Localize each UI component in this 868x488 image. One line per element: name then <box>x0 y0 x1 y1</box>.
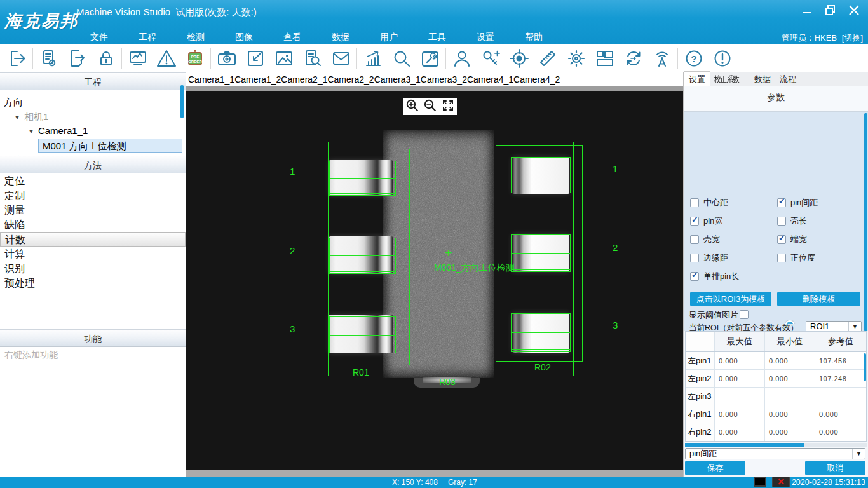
fit-view-icon[interactable] <box>441 98 455 115</box>
checkbox-row-shell-width[interactable]: ✓壳宽 <box>690 234 720 245</box>
pre-order-badge-icon[interactable]: PREORDER <box>180 46 209 71</box>
tab-flow[interactable]: 流程 <box>775 72 801 86</box>
chart-growth-icon[interactable] <box>358 46 387 71</box>
tree-item-module-selected[interactable]: M001 方向工位检测 <box>38 139 182 153</box>
logout-icon[interactable] <box>3 46 31 71</box>
method-measure[interactable]: 测量 <box>0 203 186 217</box>
table-row-left-pin1[interactable]: 左pin10.0000.000107.456 <box>686 352 866 370</box>
menu-help[interactable]: 帮助 <box>510 30 558 44</box>
viewer-horizontal-scrollbar[interactable] <box>186 470 683 477</box>
method-calculate[interactable]: 计算 <box>0 247 186 261</box>
target-icon[interactable] <box>505 46 533 71</box>
menu-view[interactable]: 查看 <box>268 30 316 44</box>
left-pin3-measure-box[interactable] <box>329 316 396 353</box>
right-pin3-measure-box[interactable] <box>511 313 571 352</box>
expander-open-icon[interactable]: ▼ <box>14 114 20 121</box>
mail-icon[interactable] <box>327 46 355 71</box>
display-icon[interactable] <box>754 477 766 487</box>
tab-camera4-2[interactable]: Camera4_2 <box>513 73 560 86</box>
close-button[interactable] <box>846 3 862 20</box>
save-button[interactable]: 保存 <box>685 461 745 475</box>
image-viewer[interactable]: 1 2 3 1 2 3 R01 R02 R03 + M001_方向工位检测 <box>186 91 683 470</box>
right-pin2-measure-box[interactable] <box>511 234 571 272</box>
checkbox-single-row-pin-length[interactable]: ✓ <box>690 272 699 281</box>
image-icon[interactable] <box>269 46 298 71</box>
key-plus-icon[interactable] <box>476 46 505 71</box>
checkbox-row-end-width[interactable]: ✓端宽 <box>777 234 807 245</box>
menu-project[interactable]: 工程 <box>123 30 172 44</box>
camera-icon[interactable] <box>212 46 241 71</box>
menu-detection[interactable]: 检测 <box>172 30 220 44</box>
menu-user[interactable]: 用户 <box>365 30 413 44</box>
checkbox-end-width[interactable]: ✓ <box>777 235 786 244</box>
menu-data[interactable]: 数据 <box>316 30 365 44</box>
checkbox-pin-pitch[interactable]: ✓ <box>777 198 786 207</box>
tab-camera4-1[interactable]: Camera4_1 <box>467 73 513 86</box>
method-count-selected[interactable]: 计数 <box>0 232 186 247</box>
parameters-scrollbar[interactable] <box>864 113 867 332</box>
tree-item-camera1-1[interactable]: ▼Camera1_1 <box>28 124 88 138</box>
dropdown-arrow-icon[interactable]: ▼ <box>848 322 861 332</box>
table-horizontal-scrollbar[interactable] <box>685 443 867 447</box>
user-icon[interactable] <box>447 46 476 71</box>
checkbox-row-pin-width[interactable]: ✓pin宽 <box>690 215 722 226</box>
zoom-out-icon[interactable] <box>423 98 437 115</box>
tab-camera1-1[interactable]: Camera1_1 <box>188 73 234 86</box>
right-pin1-measure-box[interactable] <box>511 157 571 193</box>
method-customize[interactable]: 定制 <box>0 188 186 203</box>
method-defect[interactable]: 缺陷 <box>0 217 186 232</box>
checkbox-row-edge-distance[interactable]: ✓边缘距 <box>690 252 728 263</box>
menu-settings[interactable]: 设置 <box>461 30 510 44</box>
table-row-left-pin3[interactable]: 左pin3 <box>686 388 866 405</box>
tree-scrollbar[interactable] <box>180 85 184 118</box>
tab-calibration[interactable]: 校正系数 <box>710 72 743 86</box>
threshold-image-checkbox-row[interactable]: ✓ <box>740 309 749 320</box>
checkbox-center-distance[interactable]: ✓ <box>690 198 699 207</box>
zoom-in-icon[interactable] <box>405 98 419 115</box>
tab-camera2-1[interactable]: Camera2_1 <box>281 73 327 86</box>
monitor-wave-icon[interactable] <box>123 46 152 71</box>
method-preprocess[interactable]: 预处理 <box>0 276 186 290</box>
ruler-icon[interactable] <box>533 46 562 71</box>
camera-offline-icon[interactable]: ✕ <box>772 477 790 487</box>
set-roi3-template-button[interactable]: 点击以ROI3为模板 <box>690 292 771 306</box>
warning-icon[interactable] <box>152 46 180 71</box>
import-chart-icon[interactable] <box>241 46 269 71</box>
menu-image[interactable]: 图像 <box>220 30 268 44</box>
minimize-button[interactable] <box>801 3 815 20</box>
doc-search-icon[interactable] <box>298 46 327 71</box>
about-icon[interactable] <box>708 46 736 71</box>
dropdown-arrow-icon[interactable]: ▼ <box>852 449 865 459</box>
broadcast-icon[interactable] <box>648 46 676 71</box>
checkbox-row-shell-length[interactable]: ✓壳长 <box>777 215 807 226</box>
tab-camera1-2[interactable]: Camera1_2 <box>234 73 281 86</box>
checkbox-shell-length[interactable]: ✓ <box>777 217 786 226</box>
tab-camera3-2[interactable]: Camera3_2 <box>421 73 467 86</box>
doc-settings-icon[interactable] <box>34 46 63 71</box>
sync-icon[interactable] <box>619 46 648 71</box>
tab-camera3-1[interactable]: Camera3_1 <box>374 73 421 86</box>
search-icon[interactable] <box>387 46 416 71</box>
left-pin1-measure-box[interactable] <box>329 161 396 196</box>
table-row-right-pin1[interactable]: 右pin10.0000.0000.000 <box>686 405 866 423</box>
restore-button[interactable] <box>824 3 837 20</box>
switch-user-link[interactable]: [切换] <box>842 33 863 43</box>
doc-export-icon[interactable] <box>63 46 92 71</box>
menu-file[interactable]: 文件 <box>75 30 123 44</box>
checkbox-row-single-row-pin-length[interactable]: ✓单排pin长 <box>690 271 739 281</box>
lock-icon[interactable] <box>92 46 120 71</box>
tree-item-camera-group[interactable]: ▼相机1 <box>14 110 48 124</box>
checkbox-squareness[interactable]: ✓ <box>777 254 786 262</box>
tab-camera2-2[interactable]: Camera2_2 <box>327 73 374 86</box>
threshold-image-checkbox[interactable]: ✓ <box>740 310 749 319</box>
checkbox-edge-distance[interactable]: ✓ <box>690 254 699 262</box>
checkbox-row-pin-pitch[interactable]: ✓pin间距 <box>777 197 818 208</box>
method-locate[interactable]: 定位 <box>0 173 186 188</box>
expander-open-icon[interactable]: ▼ <box>28 128 34 135</box>
gear-icon[interactable] <box>562 46 590 71</box>
tree-item-direction[interactable]: 方向 <box>4 95 23 109</box>
table-row-left-pin2[interactable]: 左pin20.0000.000107.248 <box>686 370 866 388</box>
table-row-right-pin2[interactable]: 右pin20.0000.0000.000 <box>686 423 866 441</box>
parameter-select-dropdown[interactable]: pin间距 ▼ <box>685 448 865 459</box>
tab-data[interactable]: 数据 <box>750 72 775 86</box>
